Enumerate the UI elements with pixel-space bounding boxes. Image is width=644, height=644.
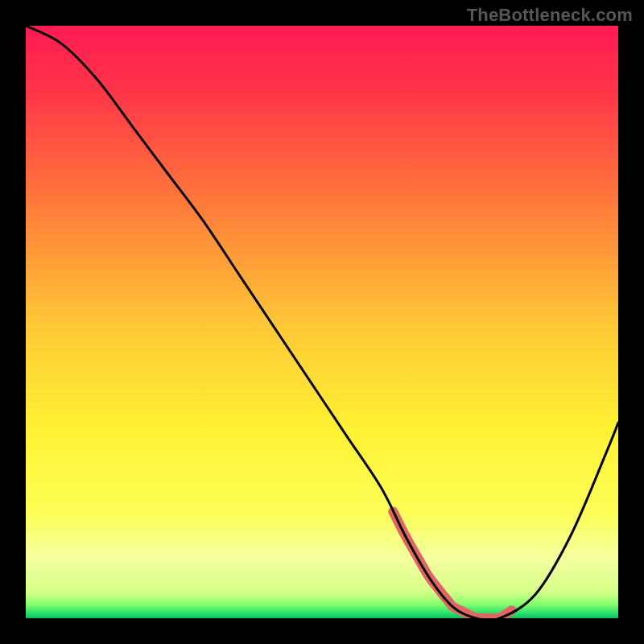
chart-frame: TheBottleneck.com	[0, 0, 644, 644]
watermark-text: TheBottleneck.com	[467, 5, 633, 26]
plot-area	[26, 26, 618, 618]
gradient-background	[26, 26, 618, 618]
chart-svg	[26, 26, 618, 618]
